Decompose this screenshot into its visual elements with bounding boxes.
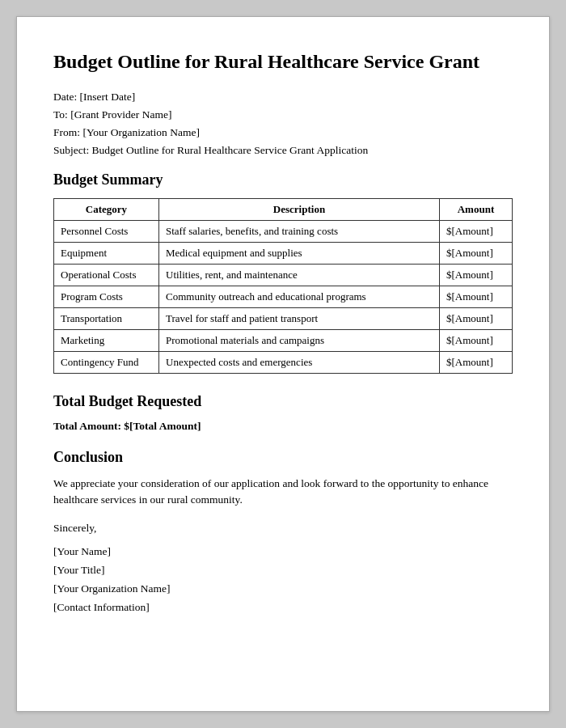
- total-amount: Total Amount: $[Total Amount]: [53, 420, 513, 433]
- table-row: Program CostsCommunity outreach and educ…: [54, 286, 513, 308]
- signature-line: [Contact Information]: [53, 599, 513, 617]
- signature-block: [Your Name][Your Title][Your Organizatio…: [53, 543, 513, 617]
- conclusion-heading: Conclusion: [53, 449, 513, 466]
- row-description: Community outreach and educational progr…: [159, 286, 440, 308]
- row-description: Medical equipment and supplies: [159, 243, 440, 265]
- row-amount: $[Amount]: [440, 221, 513, 243]
- signature-line: [Your Name]: [53, 543, 513, 561]
- table-row: Contingency FundUnexpected costs and eme…: [54, 352, 513, 374]
- table-row: MarketingPromotional materials and campa…: [54, 330, 513, 352]
- row-category: Program Costs: [54, 286, 159, 308]
- from-line: From: [Your Organization Name]: [53, 126, 513, 139]
- signature-line: [Your Title]: [53, 561, 513, 580]
- budget-summary-heading: Budget Summary: [53, 171, 513, 188]
- row-description: Travel for staff and patient transport: [159, 308, 440, 330]
- row-amount: $[Amount]: [440, 286, 513, 308]
- col-header-category: Category: [54, 199, 159, 221]
- table-row: EquipmentMedical equipment and supplies$…: [54, 243, 513, 265]
- conclusion-section: Conclusion We appreciate your considerat…: [53, 449, 513, 616]
- total-budget-section: Total Budget Requested Total Amount: $[T…: [53, 393, 513, 433]
- total-budget-heading: Total Budget Requested: [53, 393, 513, 410]
- col-header-amount: Amount: [440, 199, 513, 221]
- sincerely-text: Sincerely,: [53, 522, 513, 535]
- document-page: Budget Outline for Rural Healthcare Serv…: [16, 16, 550, 712]
- conclusion-text: We appreciate your consideration of our …: [53, 476, 513, 509]
- table-row: Operational CostsUtilities, rent, and ma…: [54, 265, 513, 286]
- subject-line: Subject: Budget Outline for Rural Health…: [53, 144, 513, 157]
- document-title: Budget Outline for Rural Healthcare Serv…: [53, 49, 513, 74]
- row-category: Operational Costs: [54, 265, 159, 286]
- row-amount: $[Amount]: [440, 330, 513, 352]
- row-amount: $[Amount]: [440, 308, 513, 330]
- signature-line: [Your Organization Name]: [53, 580, 513, 599]
- row-category: Equipment: [54, 243, 159, 265]
- col-header-description: Description: [159, 199, 440, 221]
- row-category: Contingency Fund: [54, 352, 159, 374]
- table-row: TransportationTravel for staff and patie…: [54, 308, 513, 330]
- date-line: Date: [Insert Date]: [53, 91, 513, 104]
- row-category: Personnel Costs: [54, 221, 159, 243]
- budget-table: Category Description Amount Personnel Co…: [53, 198, 513, 374]
- row-description: Staff salaries, benefits, and training c…: [159, 221, 440, 243]
- row-description: Promotional materials and campaigns: [159, 330, 440, 352]
- row-description: Unexpected costs and emergencies: [159, 352, 440, 374]
- row-category: Marketing: [54, 330, 159, 352]
- table-row: Personnel CostsStaff salaries, benefits,…: [54, 221, 513, 243]
- row-amount: $[Amount]: [440, 352, 513, 374]
- to-line: To: [Grant Provider Name]: [53, 108, 513, 121]
- row-amount: $[Amount]: [440, 265, 513, 286]
- row-amount: $[Amount]: [440, 243, 513, 265]
- row-description: Utilities, rent, and maintenance: [159, 265, 440, 286]
- row-category: Transportation: [54, 308, 159, 330]
